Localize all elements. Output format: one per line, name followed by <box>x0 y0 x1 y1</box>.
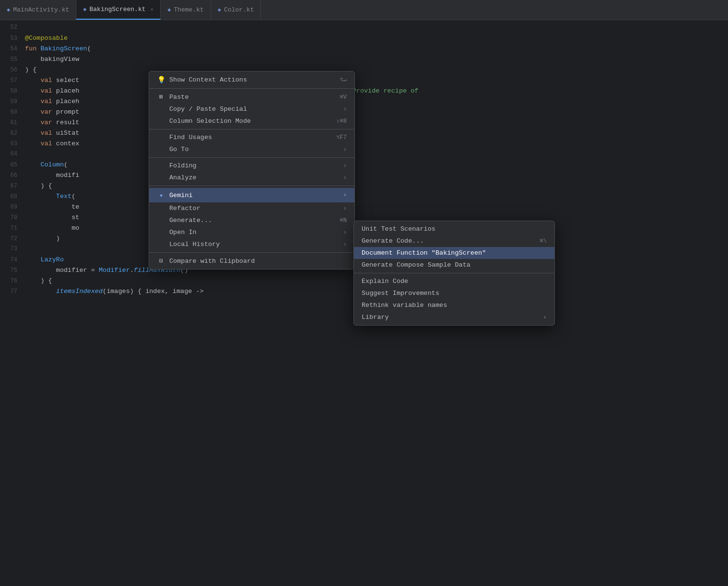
tab-label-main-activity: MainActivity.kt <box>13 6 69 13</box>
tab-color[interactable]: ◈ Color.kt <box>211 0 261 20</box>
menu-item-gemini[interactable]: ✦ Gemini › <box>149 188 354 202</box>
gemini-icon: ✦ <box>157 190 165 200</box>
menu-divider-1 <box>149 88 354 89</box>
code-line-64: 64 <box>0 151 728 161</box>
submenu-item-library[interactable]: Library › <box>354 311 554 323</box>
menu-item-analyze[interactable]: Analyze › <box>149 172 354 184</box>
tab-baking-screen[interactable]: ◈ BakingScreen.kt ✕ <box>76 0 161 20</box>
tab-label-color: Color.kt <box>224 6 254 13</box>
menu-item-local-history[interactable]: Local History › <box>149 238 354 250</box>
tab-icon-color: ◈ <box>218 6 221 13</box>
menu-shortcut-column-selection: ⇧⌘8 <box>336 117 347 125</box>
code-line-58: 58 val placehtableStateOf( value: "Provi… <box>0 87 728 98</box>
menu-item-generate[interactable]: Generate... ⌘N <box>149 214 354 226</box>
menu-label-find-usages: Find Usages <box>169 134 212 141</box>
menu-item-folding[interactable]: Folding › <box>149 160 354 172</box>
tab-icon-baking-screen: ◈ <box>83 6 86 13</box>
submenu-item-explain-code[interactable]: Explain Code <box>354 275 554 287</box>
code-line-52: 52 <box>0 24 728 35</box>
menu-divider-5 <box>149 252 354 253</box>
menu-label-go-to: Go To <box>169 146 189 153</box>
submenu-label-generate-compose-sample: Generate Compose Sample Data <box>362 261 470 269</box>
menu-divider-2 <box>149 129 354 129</box>
analyze-arrow: › <box>343 175 347 181</box>
submenu-item-document-function[interactable]: Document Function "BakingScreen" <box>354 247 554 259</box>
tab-icon-theme: ◈ <box>167 6 171 13</box>
code-line-57: 57 val selectOf( value: 0 ) } <box>0 77 728 87</box>
submenu-item-rethink-variable-names[interactable]: Rethink variable names <box>354 299 554 311</box>
tab-label-theme: Theme.kt <box>174 6 203 13</box>
menu-label-paste: Paste <box>169 94 189 101</box>
menu-item-open-in[interactable]: Open In › <box>149 226 354 238</box>
menu-shortcut-paste: ⌘V <box>340 94 347 101</box>
menu-item-refactor[interactable]: Refactor › <box>149 202 354 214</box>
code-line-56: 56 ) { <box>0 66 728 77</box>
go-to-arrow: › <box>343 146 347 153</box>
editor-area: ◈ MainActivity.kt ◈ BakingScreen.kt ✕ ◈ … <box>0 0 728 586</box>
submenu-divider-1 <box>354 273 554 273</box>
tab-bar: ◈ MainActivity.kt ◈ BakingScreen.kt ✕ ◈ … <box>0 0 728 20</box>
refactor-arrow: › <box>343 205 347 212</box>
menu-label-compare-clipboard: Compare with Clipboard <box>169 258 255 265</box>
lightbulb-icon: 💡 <box>157 76 165 84</box>
code-line-55: 55 bakingView <box>0 56 728 66</box>
code-line-65: 65 Column( <box>0 161 728 172</box>
copy-paste-special-arrow: › <box>343 106 347 113</box>
menu-label-copy-paste-special: Copy / Paste Special <box>169 105 247 113</box>
code-line-62: 62 val uiStatAsState() <box>0 129 728 140</box>
folding-arrow: › <box>343 163 347 169</box>
context-menu: 💡 Show Context Actions ⌥↵ ⊞ Paste ⌘V Cop… <box>149 71 355 270</box>
submenu-label-document-function: Document Function "BakingScreen" <box>362 249 486 257</box>
compare-clipboard-icon: ⊡ <box>157 257 165 265</box>
gemini-submenu: Unit Test Scenarios Generate Code... ⌘\ … <box>353 221 555 326</box>
menu-label-local-history: Local History <box>169 241 220 248</box>
menu-shortcut-show-context-actions: ⌥↵ <box>340 76 347 83</box>
submenu-label-library: Library <box>362 314 389 321</box>
menu-label-show-context-actions: Show Context Actions <box>169 76 247 83</box>
code-line-61: 61 var resultf(placeholderResult) } <box>0 119 728 129</box>
submenu-item-unit-test-scenarios[interactable]: Unit Test Scenarios <box>354 223 554 235</box>
menu-item-copy-paste-special[interactable]: Copy / Paste Special › <box>149 103 354 115</box>
menu-item-show-context-actions[interactable]: 💡 Show Context Actions ⌥↵ <box>149 73 354 86</box>
submenu-item-generate-compose-sample[interactable]: Generate Compose Sample Data <box>354 259 554 271</box>
menu-divider-3 <box>149 157 354 158</box>
menu-label-gemini: Gemini <box>169 192 193 199</box>
submenu-shortcut-generate-code: ⌘\ <box>540 237 547 245</box>
code-line-66: 66 modifi <box>0 172 728 182</box>
code-line-53: 53 @Composable <box>0 35 728 45</box>
menu-label-folding: Folding <box>169 162 197 169</box>
code-line-60: 60 var promptf(placeholderPrompt) } <box>0 108 728 119</box>
code-line-59: 59 val placehg.results_placeholder) <box>0 98 728 108</box>
menu-label-refactor: Refactor <box>169 205 200 212</box>
code-line-54: 54 fun BakingScreen( <box>0 45 728 56</box>
code-line-67: 67 ) { <box>0 182 728 193</box>
code-line-69: 69 te <box>0 203 728 214</box>
tab-close-baking-screen[interactable]: ✕ <box>151 6 154 12</box>
paste-icon: ⊞ <box>157 93 165 101</box>
submenu-label-generate-code: Generate Code... <box>362 237 424 245</box>
menu-label-generate: Generate... <box>169 217 212 224</box>
submenu-label-suggest-improvements: Suggest Improvements <box>362 290 439 297</box>
open-in-arrow: › <box>343 229 347 236</box>
menu-item-compare-clipboard[interactable]: ⊡ Compare with Clipboard <box>149 255 354 267</box>
local-history-arrow: › <box>343 241 347 248</box>
library-arrow: › <box>543 314 547 321</box>
menu-item-find-usages[interactable]: Find Usages ⌥F7 <box>149 131 354 143</box>
submenu-label-explain-code: Explain Code <box>362 278 408 285</box>
submenu-item-suggest-improvements[interactable]: Suggest Improvements <box>354 287 554 299</box>
menu-label-open-in: Open In <box>169 229 197 236</box>
menu-label-column-selection-mode: Column Selection Mode <box>169 117 251 125</box>
tab-icon-main-activity: ◈ <box>7 6 10 13</box>
menu-item-go-to[interactable]: Go To › <box>149 143 354 155</box>
menu-label-analyze: Analyze <box>169 174 197 181</box>
menu-shortcut-find-usages: ⌥F7 <box>336 134 347 141</box>
menu-item-column-selection-mode[interactable]: Column Selection Mode ⇧⌘8 <box>149 115 354 127</box>
code-line-68: 68 Text( <box>0 193 728 203</box>
submenu-item-generate-code[interactable]: Generate Code... ⌘\ <box>354 235 554 247</box>
tab-main-activity[interactable]: ◈ MainActivity.kt <box>0 0 76 20</box>
code-line-63: 63 val contex <box>0 140 728 151</box>
menu-shortcut-generate: ⌘N <box>340 217 347 224</box>
menu-item-paste[interactable]: ⊞ Paste ⌘V <box>149 91 354 103</box>
tab-theme[interactable]: ◈ Theme.kt <box>161 0 211 20</box>
tab-label-baking-screen: BakingScreen.kt <box>90 6 146 13</box>
